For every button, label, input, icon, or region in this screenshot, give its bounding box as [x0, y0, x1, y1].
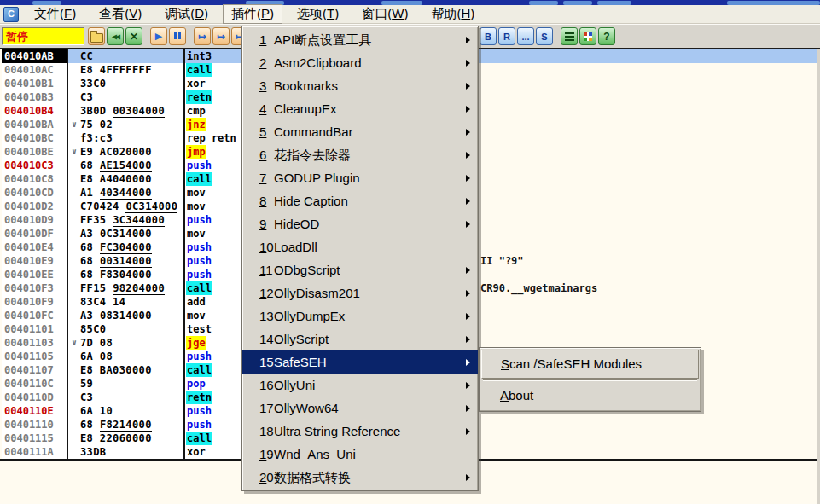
address-cell: 0040111A: [2, 445, 67, 459]
jump-direction-icon: ∨: [68, 118, 80, 131]
address-cell: 004010C3: [2, 159, 67, 172]
mnemonic-cell: cmp: [186, 104, 206, 118]
menu-item-label: Hide Caption: [274, 194, 348, 208]
plugin-menu-item[interactable]: 13OllyDumpEx: [242, 304, 478, 327]
registers-button[interactable]: R: [498, 27, 515, 45]
plugin-menu-item[interactable]: 9HideOD: [242, 212, 478, 235]
step-over-button[interactable]: ↦: [212, 27, 230, 45]
address-cell: 004010F3: [2, 281, 67, 295]
log-button[interactable]: [561, 27, 578, 45]
menubar-item-D[interactable]: 调试(D): [156, 4, 217, 24]
plugin-menu-item[interactable]: 20数据格式转换: [242, 466, 478, 489]
address-cell: 004010BC: [2, 131, 67, 145]
address-cell: 00401115: [2, 432, 67, 445]
submenu-item[interactable]: Scan /SafeSEH Modules: [481, 350, 699, 379]
menu-item-number: 13: [259, 304, 274, 327]
submenu-arrow-icon: [466, 106, 470, 113]
plugin-menu-item[interactable]: 16OllyUni: [242, 374, 478, 397]
menu-item-number: 19: [259, 443, 274, 466]
menubar-item-P[interactable]: 插件(P): [223, 4, 282, 24]
hexbytes-cell: FF35 3C344000: [80, 213, 165, 227]
menubar-item-F[interactable]: 文件(F): [26, 4, 84, 24]
menu-item-number: 20: [259, 466, 274, 489]
submenu-arrow-icon: [466, 382, 470, 389]
mnemonic-cell: push: [186, 159, 212, 172]
plugin-menu-item[interactable]: 17OllyWow64: [242, 397, 478, 420]
hexbytes-cell: 75 02: [80, 118, 113, 131]
comment-text: CR90.__wgetmainargs: [480, 281, 597, 295]
address-cell: 004010AC: [2, 63, 67, 77]
hexbytes-cell: 59: [80, 377, 93, 391]
more-button[interactable]: ...: [517, 27, 534, 45]
plugin-menu-item[interactable]: 7GODUP Plugin: [242, 166, 478, 189]
plugin-menu-item[interactable]: 15SafeSEH: [242, 350, 478, 374]
plugin-menu-item[interactable]: 12OllyDisasm201: [242, 281, 478, 304]
hexbytes-cell: E8 4FFFFFFF: [80, 63, 152, 77]
menu-item-label: LoadDll: [274, 240, 317, 254]
address-cell: 004010DF: [2, 227, 67, 240]
plugin-menu-item[interactable]: 14OllyScript: [242, 327, 478, 350]
address-cell: 004010E4: [2, 240, 67, 254]
restart-button[interactable]: ◀◀: [107, 27, 124, 45]
address-cell: 0040110E: [2, 404, 67, 418]
windows-button[interactable]: [579, 27, 596, 45]
menu-item-label: CommandBar: [274, 125, 353, 139]
hexbytes-cell: 33DB: [80, 445, 107, 459]
app-icon[interactable]: C: [3, 7, 19, 22]
submenu-item[interactable]: About: [481, 382, 699, 409]
menu-item-label: OllyDisasm201: [274, 286, 360, 300]
breakpoints-button[interactable]: B: [480, 27, 497, 45]
submenu-arrow-icon: [466, 290, 470, 297]
breakpoints-icon: B: [485, 32, 491, 42]
mnemonic-cell: push: [186, 350, 212, 363]
menubar-item-T[interactable]: 选项(T): [288, 4, 347, 24]
address-cell: 004010EE: [2, 268, 67, 281]
plugin-menu-item[interactable]: 3Bookmarks: [242, 74, 478, 97]
mnemonic-cell: jnz: [186, 118, 206, 131]
mnemonic-cell: mov: [186, 309, 206, 322]
menubar-item-V[interactable]: 查看(V): [90, 4, 150, 24]
log-icon: [565, 32, 574, 41]
open-file-icon: [90, 33, 103, 43]
plugin-menu-item[interactable]: 18Ultra String Reference: [242, 420, 478, 443]
close-button[interactable]: ✕: [125, 27, 142, 45]
address-cell: 00401110: [2, 418, 67, 432]
menu-item-label: Ultra String Reference: [274, 424, 400, 438]
menubar-item-W[interactable]: 窗口(W): [353, 4, 416, 24]
plugin-menu-item[interactable]: 8Hide Caption: [242, 189, 478, 212]
plugin-menu-item[interactable]: 4CleanupEx: [242, 97, 478, 120]
plugin-menu-item[interactable]: 10LoadDll: [242, 235, 478, 258]
submenu-arrow-icon: [466, 313, 470, 320]
address-cell: 004010FC: [2, 309, 67, 322]
step-into-icon: ↦: [198, 31, 206, 43]
run-button[interactable]: ▶: [150, 27, 167, 45]
menubar-item-H[interactable]: 帮助(H): [422, 4, 483, 24]
hexbytes-cell: E9 AC020000: [80, 145, 152, 159]
plugin-menu-item[interactable]: 11ODbgScript: [242, 258, 478, 281]
source-button[interactable]: S: [536, 27, 553, 45]
hexbytes-cell: C70424 0C314000: [80, 200, 177, 213]
status-badge: 暂停: [2, 27, 84, 45]
plugin-menu-item[interactable]: 1API断点设置工具: [242, 28, 478, 51]
comment-text: II "?9": [480, 254, 524, 268]
plugin-menu-item[interactable]: 19Wnd_Ans_Uni: [242, 443, 478, 466]
address-cell: 004010B3: [2, 90, 67, 104]
menu-item-label: CleanupEx: [274, 101, 336, 116]
hexbytes-cell: 68 00314000: [80, 254, 152, 268]
plugin-menu-item[interactable]: 6花指令去除器: [242, 143, 478, 166]
hexbytes-cell: 68 FC304000: [80, 240, 152, 254]
help-button[interactable]: ?: [598, 27, 615, 45]
menu-item-label: GODUP Plugin: [274, 171, 360, 185]
mnemonic-cell: mov: [186, 227, 206, 240]
pause-button[interactable]: [169, 27, 186, 45]
hexbytes-cell: E8 BA030000: [80, 363, 152, 377]
plugin-menu-item[interactable]: 2Asm2Clipboard: [242, 51, 478, 74]
jump-direction-icon: ∨: [68, 145, 80, 159]
hexbytes-cell: 33C0: [80, 77, 107, 90]
submenu-arrow-icon: [466, 37, 470, 43]
step-into-button[interactable]: ↦: [194, 27, 211, 45]
hexbytes-cell: f3:c3: [80, 131, 113, 145]
plugin-menu-item[interactable]: 5CommandBar: [242, 120, 478, 143]
menu-item-number: 3: [259, 74, 274, 97]
open-file-button[interactable]: [88, 27, 105, 45]
